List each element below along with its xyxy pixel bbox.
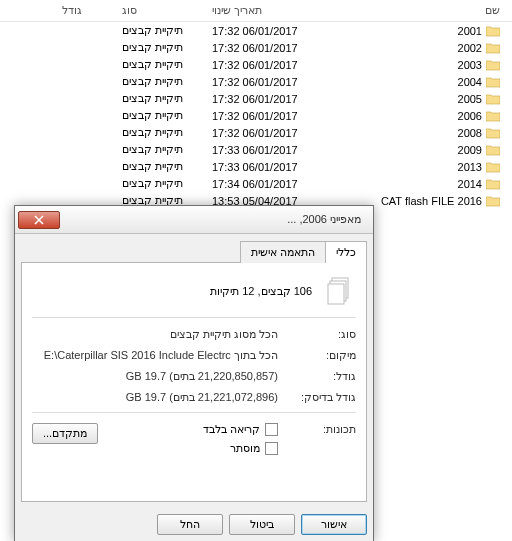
file-type: תיקיית קבצים [122, 109, 212, 122]
prop-attr-label: תכונות: [278, 423, 356, 436]
prop-size-label: גודל: [278, 370, 356, 383]
file-name: 2009 [458, 144, 482, 156]
file-name: 2006 [458, 110, 482, 122]
table-row[interactable]: 200506/01/2017 17:32תיקיית קבצים [0, 90, 512, 107]
table-row[interactable]: 200206/01/2017 17:32תיקיית קבצים [0, 39, 512, 56]
cancel-button[interactable]: ביטול [229, 514, 295, 535]
prop-disk-label: גודל בדיסק: [278, 391, 356, 404]
file-name: 2003 [458, 59, 482, 71]
file-date: 06/01/2017 17:32 [212, 42, 322, 54]
dialog-tabs: כללי התאמה אישית [21, 240, 367, 262]
column-header-name[interactable]: שם [322, 4, 512, 17]
file-name: 2001 [458, 25, 482, 37]
table-row[interactable]: 200406/01/2017 17:32תיקיית קבצים [0, 73, 512, 90]
summary-text: 106 קבצים, 12 תיקיות [210, 285, 312, 298]
apply-button[interactable]: החל [157, 514, 223, 535]
folder-icon [486, 178, 500, 190]
file-date: 06/01/2017 17:32 [212, 127, 322, 139]
table-row[interactable]: 200306/01/2017 17:32תיקיית קבצים [0, 56, 512, 73]
file-date: 06/01/2017 17:32 [212, 59, 322, 71]
file-list: שם תאריך שינוי סוג גודל 200106/01/2017 1… [0, 0, 512, 209]
folder-icon [486, 195, 500, 207]
folder-icon [486, 110, 500, 122]
dialog-titlebar[interactable]: מאפייני 2006, ... [15, 206, 373, 234]
table-row[interactable]: 200806/01/2017 17:32תיקיית קבצים [0, 124, 512, 141]
column-header-date[interactable]: תאריך שינוי [212, 4, 322, 17]
file-type: תיקיית קבצים [122, 160, 212, 173]
dialog-buttons: אישור ביטול החל [15, 508, 373, 541]
file-name: 2013 [458, 161, 482, 173]
folder-icon [486, 144, 500, 156]
close-button[interactable] [18, 211, 60, 229]
file-date: 06/01/2017 17:33 [212, 161, 322, 173]
tab-panel-general: 106 קבצים, 12 תיקיות סוג:הכל מסוג תיקיית… [21, 262, 367, 502]
prop-type-value: הכל מסוג תיקיית קבצים [32, 328, 278, 341]
checkbox-hidden[interactable]: מוסתר [98, 442, 278, 455]
file-type: תיקיית קבצים [122, 24, 212, 37]
file-name: 2014 [458, 178, 482, 190]
checkbox-readonly-label: קריאה בלבד [203, 423, 260, 436]
column-header-type[interactable]: סוג [122, 4, 212, 17]
file-type: תיקיית קבצים [122, 41, 212, 54]
prop-disk-value: (21,221,072,896 בתים) 19.7 GB [32, 391, 278, 404]
ok-button[interactable]: אישור [301, 514, 367, 535]
column-header-size[interactable]: גודל [42, 4, 122, 17]
prop-location-label: מיקום: [278, 349, 356, 362]
table-row[interactable]: 200606/01/2017 17:32תיקיית קבצים [0, 107, 512, 124]
prop-type-label: סוג: [278, 328, 356, 341]
file-type: תיקיית קבצים [122, 126, 212, 139]
file-date: 06/01/2017 17:32 [212, 25, 322, 37]
file-type: תיקיית קבצים [122, 143, 212, 156]
tab-custom[interactable]: התאמה אישית [240, 241, 326, 263]
table-row[interactable]: 200106/01/2017 17:32תיקיית קבצים [0, 22, 512, 39]
multi-file-icon [324, 275, 356, 307]
folder-icon [486, 127, 500, 139]
folder-icon [486, 42, 500, 54]
file-type: תיקיית קבצים [122, 177, 212, 190]
file-type: תיקיית קבצים [122, 58, 212, 71]
prop-location-value: הכל בתוך E:\Caterpillar SIS 2016 Include… [32, 349, 278, 362]
folder-icon [486, 93, 500, 105]
close-icon [34, 215, 44, 225]
file-type: תיקיית קבצים [122, 92, 212, 105]
file-name: 2016 CAT flash FILE [381, 195, 482, 207]
file-date: 06/01/2017 17:33 [212, 144, 322, 156]
checkbox-icon [265, 423, 278, 436]
folder-icon [486, 59, 500, 71]
properties-dialog: מאפייני 2006, ... כללי התאמה אישית 106 ק… [14, 205, 374, 541]
file-name: 2004 [458, 76, 482, 88]
folder-icon [486, 161, 500, 173]
tab-general[interactable]: כללי [325, 241, 367, 263]
advanced-button[interactable]: מתקדם... [32, 423, 98, 444]
table-row[interactable]: 200906/01/2017 17:33תיקיית קבצים [0, 141, 512, 158]
file-name: 2005 [458, 93, 482, 105]
checkbox-icon [265, 442, 278, 455]
folder-icon [486, 76, 500, 88]
file-date: 06/01/2017 17:34 [212, 178, 322, 190]
checkbox-readonly[interactable]: קריאה בלבד [98, 423, 278, 436]
file-date: 06/01/2017 17:32 [212, 93, 322, 105]
dialog-title: מאפייני 2006, ... [60, 213, 369, 226]
file-name: 2008 [458, 127, 482, 139]
table-row[interactable]: 201306/01/2017 17:33תיקיית קבצים [0, 158, 512, 175]
folder-icon [486, 25, 500, 37]
file-date: 06/01/2017 17:32 [212, 110, 322, 122]
prop-size-value: (21,220,850,857 בתים) 19.7 GB [32, 370, 278, 383]
file-list-header: שם תאריך שינוי סוג גודל [0, 0, 512, 22]
file-name: 2002 [458, 42, 482, 54]
svg-rect-2 [328, 284, 344, 304]
table-row[interactable]: 201406/01/2017 17:34תיקיית קבצים [0, 175, 512, 192]
file-type: תיקיית קבצים [122, 75, 212, 88]
checkbox-hidden-label: מוסתר [230, 442, 260, 455]
file-date: 06/01/2017 17:32 [212, 76, 322, 88]
